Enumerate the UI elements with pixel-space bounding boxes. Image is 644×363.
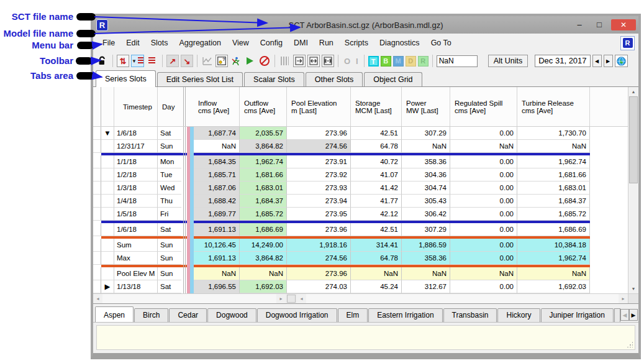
timestep-cell[interactable]: 1/13/18 (114, 280, 158, 293)
day-cell[interactable]: Sun (158, 267, 181, 280)
storage-cell[interactable]: 41.77 (351, 195, 402, 208)
object-tab[interactable]: Juniper Irrigation (541, 308, 614, 322)
power-cell[interactable]: 305.43 (402, 195, 450, 208)
day-cell[interactable]: Sat (158, 223, 181, 236)
io-flag-letter[interactable]: O (342, 57, 352, 66)
power-cell[interactable]: NaN (402, 267, 450, 280)
menu-item[interactable]: View (227, 37, 255, 49)
power-cell[interactable]: 358.36 (402, 252, 450, 265)
day-cell[interactable]: Tue (158, 168, 181, 182)
row-expander[interactable]: ▼ (101, 127, 114, 140)
inflow-cell[interactable]: 1,691.13 (194, 252, 240, 265)
scroll-left-icon[interactable]: ◂ (297, 294, 306, 303)
day-cell[interactable]: Sat (158, 127, 181, 140)
column-header[interactable]: Regulated Spill cms [Ave] (450, 87, 517, 126)
day-cell[interactable]: Sat (158, 280, 181, 293)
aggregation-toggle-button[interactable]: ▼ (131, 55, 144, 67)
day-cell[interactable]: Sun (158, 252, 181, 265)
power-cell[interactable]: 312.67 (402, 280, 450, 293)
inflow-cell[interactable]: 10,126.45 (194, 239, 240, 252)
object-tab[interactable]: Transbasin (443, 308, 497, 322)
outflow-cell[interactable]: 1,962.74 (240, 155, 287, 168)
pane-divider-strip[interactable] (181, 267, 194, 280)
pool-elevation-cell[interactable]: 273.91 (287, 155, 351, 168)
slot-tab[interactable]: Edit Series Slot List (157, 72, 243, 86)
pool-elevation-cell[interactable]: 274.03 (287, 280, 351, 293)
column-header[interactable]: Pool Elevation m [Last] (287, 87, 351, 126)
sct-config-button[interactable]: ? (215, 55, 228, 67)
menu-item[interactable]: DMI (288, 37, 314, 49)
timestep-cell[interactable]: 12/31/17 (114, 140, 158, 153)
column-lines-button[interactable] (279, 55, 291, 67)
close-button[interactable]: ✕ (611, 19, 636, 30)
maximize-button[interactable]: □ (591, 19, 607, 30)
flag-button[interactable]: D (406, 56, 416, 67)
day-cell[interactable]: Sun (158, 140, 181, 153)
menu-item[interactable]: Config (255, 37, 288, 49)
collapse-slot-button[interactable]: ↘ (181, 55, 193, 67)
flag-button[interactable]: R (418, 56, 429, 67)
turbine-release-cell[interactable]: 10,384.18 (517, 239, 590, 252)
day-cell[interactable]: Fri (158, 208, 181, 221)
inflow-cell[interactable]: NaN (194, 267, 240, 280)
scroll-right-icon[interactable]: ▸ (276, 294, 286, 303)
power-cell[interactable]: 307.29 (402, 223, 450, 236)
object-tab-clipped[interactable] (614, 308, 620, 322)
scroll-track[interactable] (306, 294, 619, 303)
timestep-cell[interactable]: Pool Elev M (114, 267, 158, 280)
pool-elevation-cell[interactable]: 274.56 (287, 252, 351, 265)
outflow-cell[interactable]: 1,686.69 (240, 223, 287, 236)
object-tab[interactable]: Dogwood Irrigation (257, 308, 337, 322)
minimize-button[interactable]: – (571, 19, 587, 30)
pool-elevation-cell[interactable]: 273.96 (287, 223, 351, 236)
timestep-column-header[interactable]: Timestep (114, 87, 158, 126)
left-pane-hscrollbar[interactable]: ◂ ▸ (93, 294, 286, 303)
inflow-cell[interactable]: 1,685.71 (194, 168, 240, 182)
main-pane-hscrollbar[interactable]: ◂ ▸ (297, 294, 628, 303)
regulated-spill-cell[interactable]: 0.00 (450, 168, 517, 182)
turbine-release-cell[interactable]: 1,684.37 (517, 195, 590, 208)
start-run-button[interactable] (244, 55, 256, 67)
reorder-rows-button[interactable]: ⇅ (117, 55, 129, 67)
power-cell[interactable]: 307.29 (402, 127, 450, 140)
row-expander[interactable] (101, 208, 114, 221)
object-tab[interactable]: Birch (134, 308, 168, 322)
pane-divider[interactable] (181, 87, 194, 126)
timestep-cell[interactable]: 1/1/18 (114, 155, 158, 168)
pool-elevation-cell[interactable]: 273.96 (287, 127, 351, 140)
inflow-cell[interactable]: 1,684.35 (194, 155, 240, 168)
resize-grip[interactable] (627, 342, 633, 347)
turbine-release-cell[interactable]: 1,692.03 (517, 280, 590, 293)
fit-visible-button[interactable] (307, 55, 320, 67)
regulated-spill-cell[interactable]: 0.00 (450, 195, 517, 208)
row-expander[interactable] (101, 140, 114, 153)
storage-cell[interactable]: 45.24 (351, 280, 402, 293)
scroll-left-icon[interactable]: ◂ (93, 294, 102, 303)
row-expander[interactable] (101, 155, 114, 168)
pane-divider-strip[interactable] (181, 223, 194, 236)
power-cell[interactable]: 1,886.59 (402, 239, 450, 252)
regulated-spill-cell[interactable]: 0.00 (450, 182, 517, 195)
power-cell[interactable]: 306.42 (402, 208, 450, 221)
fit-column-button[interactable] (293, 55, 306, 67)
storage-cell[interactable]: 64.78 (351, 252, 402, 265)
pool-elevation-cell[interactable]: 273.96 (287, 267, 351, 280)
slot-tab[interactable]: Series Slots (96, 70, 156, 87)
turbine-release-cell[interactable]: 1,681.66 (517, 168, 590, 182)
day-cell[interactable]: Thu (158, 195, 181, 208)
alt-units-button[interactable]: Alt Units (488, 55, 528, 67)
slot-tab[interactable]: Scalar Slots (244, 72, 304, 86)
riverware-button[interactable]: R (620, 36, 635, 50)
pool-elevation-cell[interactable]: 1,918.16 (287, 239, 351, 252)
tab-scroll-right-icon[interactable]: ▶ (629, 309, 638, 321)
timestep-cell[interactable]: 1/6/18 (114, 223, 158, 236)
column-header[interactable]: Power MW [Last] (402, 87, 450, 126)
storage-cell[interactable]: 42.51 (351, 127, 402, 140)
pool-elevation-cell[interactable]: 273.95 (287, 208, 351, 221)
tab-scroll-left-icon[interactable]: ◀ (620, 309, 629, 321)
inflow-cell[interactable]: 1,687.74 (194, 127, 240, 140)
scroll-down-icon[interactable]: ▼ (628, 284, 638, 293)
turbine-release-cell[interactable]: NaN (517, 267, 590, 280)
inflow-cell[interactable]: 1,687.06 (194, 182, 240, 195)
pane-divider-strip[interactable] (181, 239, 194, 252)
